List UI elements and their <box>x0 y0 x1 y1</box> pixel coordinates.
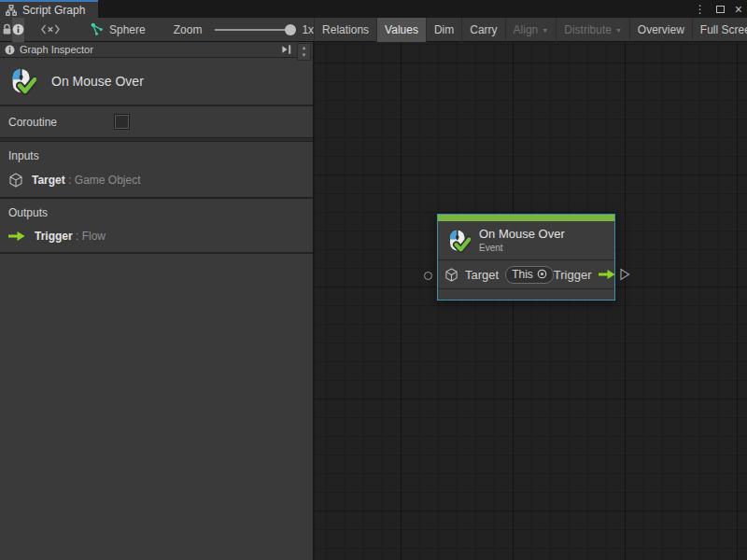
outputs-section: Outputs Trigger : Flow <box>0 199 313 252</box>
node-output-connection-port[interactable] <box>620 268 630 281</box>
dim-button[interactable]: Dim <box>426 18 461 42</box>
spinner-up-icon[interactable]: ▲ <box>302 45 307 51</box>
node-header[interactable]: On Mouse Over Event <box>438 221 614 260</box>
unit-title: On Mouse Over <box>51 74 144 89</box>
cube-icon <box>8 173 23 188</box>
window-maximize-icon[interactable] <box>716 6 725 13</box>
node-input-label: Target <box>465 268 499 282</box>
flow-arrow-icon <box>8 231 26 242</box>
relations-button[interactable]: Relations <box>314 18 376 42</box>
output-port-row: Trigger : Flow <box>8 230 304 243</box>
align-dropdown-button[interactable]: Align ▼ <box>505 18 557 42</box>
graph-inspector-panel: Graph Inspector ▲ ▼ On Mouse Over <box>0 42 314 560</box>
node-title: On Mouse Over <box>479 227 565 242</box>
zoom-label: Zoom <box>174 23 203 36</box>
graph-canvas[interactable]: On Mouse Over Event Target This <box>315 42 747 560</box>
unity-script-graph-window: { "window": { "tab_label": "Script Graph… <box>0 0 747 560</box>
graph-icon <box>90 22 104 36</box>
graph-reference-breadcrumb[interactable]: Sphere <box>90 22 146 36</box>
target-value: This <box>512 268 533 281</box>
object-picker-icon <box>537 269 547 279</box>
unit-header: On Mouse Over <box>0 58 313 105</box>
node-port-row: Target This Trigger <box>438 260 614 289</box>
script-graph-icon <box>6 5 17 16</box>
on-mouse-over-node[interactable]: On Mouse Over Event Target This <box>437 214 615 301</box>
spinner-down-icon[interactable]: ▼ <box>302 52 307 59</box>
graph-inspector-title: Graph Inspector <box>20 44 93 55</box>
overview-button[interactable]: Overview <box>629 18 692 42</box>
lock-button[interactable] <box>2 18 12 42</box>
node-output-port[interactable]: Trigger <box>554 268 616 282</box>
node-color-bar <box>438 215 614 221</box>
code-icon <box>41 24 60 35</box>
outputs-header: Outputs <box>8 206 304 219</box>
node-input-port[interactable]: Target This <box>444 266 554 284</box>
full-screen-button[interactable]: Full Screen <box>692 18 747 42</box>
node-footer <box>438 289 614 299</box>
carry-button[interactable]: Carry <box>461 18 504 42</box>
inputs-header: Inputs <box>8 149 304 162</box>
dropdown-arrow-icon: ▼ <box>615 27 622 34</box>
coroutine-checkbox[interactable] <box>115 115 129 129</box>
inspector-toggle-button[interactable] <box>12 18 24 42</box>
coroutine-label: Coroutine <box>8 116 57 129</box>
zoom-value: 1x <box>302 23 314 36</box>
zoom-control: Zoom 1x <box>174 23 314 36</box>
lock-icon <box>2 23 12 35</box>
input-port-type: : Game Object <box>65 174 141 187</box>
tab-script-graph[interactable]: Script Graph <box>0 0 98 18</box>
tab-label: Script Graph <box>22 4 85 17</box>
graph-inspector-header: Graph Inspector ▲ ▼ <box>0 42 313 58</box>
zoom-slider-handle[interactable] <box>285 24 296 35</box>
code-preview-button[interactable] <box>41 18 60 42</box>
node-input-connection-port[interactable] <box>424 272 432 280</box>
window-close-icon[interactable]: × <box>735 3 742 16</box>
values-button[interactable]: Values <box>376 18 426 42</box>
toolbar-button-group: Relations Values Dim Carry Align ▼ Distr… <box>314 18 747 42</box>
tab-bar: Script Graph ⋮ × <box>0 0 747 18</box>
window-controls: ⋮ × <box>695 0 742 18</box>
info-icon <box>12 23 24 35</box>
divider <box>0 252 313 254</box>
mouse-event-icon <box>446 229 471 253</box>
cube-icon <box>444 268 458 282</box>
dock-panel-button[interactable] <box>281 44 292 55</box>
zoom-slider[interactable] <box>215 29 293 31</box>
flow-arrow-icon <box>599 269 616 280</box>
output-port-name: Trigger <box>35 230 73 243</box>
input-port-name: Target <box>32 174 65 187</box>
node-subtitle: Event <box>479 243 565 254</box>
node-output-label: Trigger <box>554 268 592 282</box>
mouse-event-icon <box>8 67 36 95</box>
output-port-type: : Flow <box>73 230 106 243</box>
window-menu-icon[interactable]: ⋮ <box>695 4 706 15</box>
info-icon <box>5 45 15 55</box>
inputs-section: Inputs Target : Game Object <box>0 142 313 197</box>
distribute-dropdown-button[interactable]: Distribute ▼ <box>556 18 629 42</box>
graph-toolbar: Sphere Zoom 1x Relations Values Dim Carr… <box>0 18 747 42</box>
input-port-row: Target : Game Object <box>8 173 304 188</box>
target-value-button[interactable]: This <box>505 266 554 284</box>
panel-scroll-spinner[interactable]: ▲ ▼ <box>297 43 311 61</box>
graph-reference-label: Sphere <box>109 23 146 36</box>
coroutine-row: Coroutine <box>0 106 313 137</box>
dropdown-arrow-icon: ▼ <box>542 27 548 34</box>
